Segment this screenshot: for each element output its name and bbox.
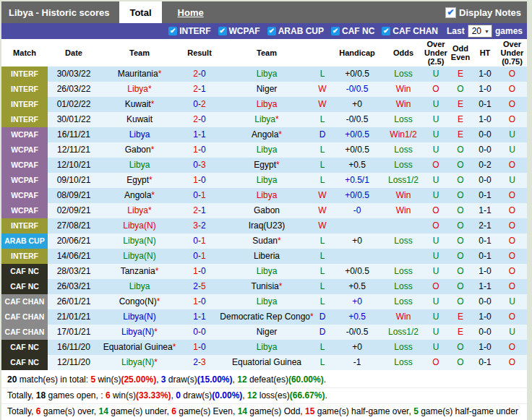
over-under-25-cell: U <box>424 142 448 158</box>
odd-even-cell: O <box>448 249 473 264</box>
summary-segment: loss(es) <box>257 390 289 400</box>
summary-segment: . <box>325 390 327 400</box>
last-games-select[interactable]: 20 ▼ <box>468 25 492 38</box>
away-score: 0 <box>201 145 206 155</box>
title-bar: Libya - Historic scores Total Home ✔ Dis… <box>1 1 527 23</box>
star-marker: * <box>151 190 155 200</box>
team-name: Angola <box>252 129 278 140</box>
home-team-cell: Libya(N)* <box>100 325 179 340</box>
over-under-25-cell: U <box>424 264 448 279</box>
summary-segment: , <box>156 374 161 385</box>
odd-even-cell: E <box>448 325 473 340</box>
star-marker: * <box>278 129 282 140</box>
home-score: 2 <box>193 69 198 79</box>
over-under-25-cell: O <box>424 82 448 97</box>
date-cell: 12/10/21 <box>48 158 100 173</box>
team-name: Kuwait <box>125 99 151 109</box>
filter-label: INTERF <box>179 26 210 36</box>
home-score: 1 <box>193 342 198 352</box>
checkbox-checked-icon[interactable]: ✔ <box>218 27 227 35</box>
over-under-075-cell: O <box>497 309 527 325</box>
competition-badge: CAF CHAN <box>1 325 48 340</box>
wdl-cell: W <box>314 218 331 233</box>
competition-badge: INTERF <box>1 67 48 82</box>
odd-even-cell: O <box>448 294 473 309</box>
date-cell: 12/11/21 <box>48 142 100 158</box>
home-score: 1 <box>193 145 198 155</box>
summary-segment: game(s) under, <box>108 406 171 416</box>
star-marker: * <box>154 357 158 367</box>
date-cell: 28/03/21 <box>48 264 100 279</box>
over-under-25-cell: O <box>424 203 448 218</box>
checkbox-checked-icon[interactable]: ✔ <box>331 27 340 35</box>
home-team-cell: Libya <box>100 127 179 142</box>
away-score: 5 <box>201 281 206 291</box>
handicap-cell: +0.5 <box>331 279 383 294</box>
home-team-cell: Libya(N) <box>100 309 179 325</box>
competition-badge: WCPAF <box>1 158 48 173</box>
filter-interf: ✔INTERF <box>168 26 210 36</box>
star-marker: * <box>158 69 162 79</box>
summary-segment: games open, : <box>46 390 106 400</box>
result-cell: 2-1 <box>179 82 220 97</box>
over-under-075-cell: U <box>497 325 527 340</box>
tab-home[interactable]: Home <box>168 1 214 23</box>
team-name: Iraq(U23) <box>249 220 286 231</box>
home-score: 2 <box>193 357 198 367</box>
column-header: Handicap <box>331 48 383 57</box>
odds-cell: Win <box>383 188 424 203</box>
halftime-score-cell: 0-1 <box>473 233 497 249</box>
table-row: INTERF14/06/21Libya(N)0-1LiberiaLUO0-1O <box>1 249 527 264</box>
away-team-cell: Egypt* <box>220 158 314 173</box>
home-score: 1 <box>193 129 198 140</box>
halftime-score-cell: 2-1 <box>473 218 497 233</box>
away-team-cell: Libya <box>220 188 314 203</box>
over-under-075-cell: O <box>497 340 527 355</box>
away-score: 0 <box>201 342 206 352</box>
home-team-cell: Libya <box>100 158 179 173</box>
home-team-cell: Congo(N)* <box>100 294 179 309</box>
away-team-cell: Libya <box>220 340 314 355</box>
summary-segment: defeat(es) <box>247 374 288 385</box>
checkbox-checked-icon[interactable]: ✔ <box>267 27 276 35</box>
table-row: ARAB CUP20/06/21Libya(N)0-1Sudan*L+0Loss… <box>1 233 527 249</box>
odd-even-cell: O <box>448 264 473 279</box>
result-cell: 2-1 <box>179 203 220 218</box>
team-name: Equatorial Guinea <box>103 342 173 352</box>
away-score: 1 <box>201 190 206 200</box>
odds-cell: Loss <box>383 279 424 294</box>
table-row: INTERF27/08/21Libya(N)3-2Iraq(U23)WOO2-1… <box>1 218 527 233</box>
halftime-score-cell: 0-1 <box>473 249 497 264</box>
date-cell: 30/03/22 <box>48 67 100 82</box>
checkbox-checked-icon[interactable]: ✔ <box>382 27 390 35</box>
handicap-cell: +0/0.5 <box>331 67 383 82</box>
handicap-cell: +0 <box>331 294 383 309</box>
checkbox-checked-icon[interactable]: ✔ <box>168 27 177 35</box>
over-under-075-cell: O <box>497 188 527 203</box>
wdl-cell: L <box>314 112 331 127</box>
over-under-075-cell: U <box>497 127 527 142</box>
competition-badge: INTERF <box>1 97 48 112</box>
away-score: 3 <box>201 160 206 170</box>
away-score: 1 <box>201 205 206 215</box>
summary-line: Totally, 18 games open, : 6 win(s)(33.33… <box>1 387 527 403</box>
page: Libya - Historic scores Total Home ✔ Dis… <box>0 0 532 420</box>
display-notes-checkbox[interactable]: ✔ <box>445 7 456 18</box>
summary-segment: (66.67%) <box>290 390 325 400</box>
filter-wcpaf: ✔WCPAF <box>218 26 260 36</box>
away-team-cell: Gabon <box>220 203 314 218</box>
filter-bar: ✔INTERF✔WCPAF✔ARAB CUP✔CAF NC✔CAF CHAN L… <box>1 23 527 39</box>
team-name: Libya <box>257 99 278 109</box>
display-notes-label: Display Notes <box>459 7 521 18</box>
competition-badge: CAF CHAN <box>1 294 48 309</box>
tab-total[interactable]: Total <box>119 1 161 23</box>
wdl-cell: W <box>314 203 331 218</box>
team-name: Libya <box>257 190 278 200</box>
over-under-075-cell: O <box>497 203 527 218</box>
home-score: 1 <box>193 296 198 307</box>
home-team-cell: Gabon* <box>100 142 179 158</box>
result-cell: 1-1 <box>179 309 220 325</box>
star-marker: * <box>279 281 283 291</box>
away-team-cell: Equatorial Guinea <box>220 355 314 370</box>
wdl-cell: W <box>314 97 331 112</box>
